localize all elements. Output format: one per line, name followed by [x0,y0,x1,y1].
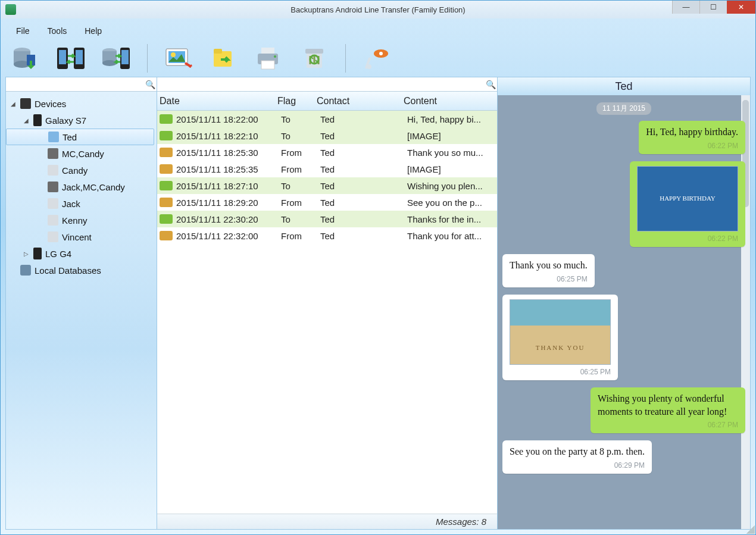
grid-body[interactable]: 2015/11/11 18:22:00ToTedHi, Ted, happy b… [157,111,497,514]
table-row[interactable]: 2015/11/11 18:22:10ToTed[IMAGE] [157,127,497,144]
svg-rect-23 [305,49,323,54]
menubar: File Tools Help [5,22,751,40]
table-row[interactable]: 2015/11/11 22:30:20ToTedThanks for the i… [157,211,497,227]
message-time: 06:27 PM [598,420,738,430]
msg-icon [160,164,173,174]
photo-export-icon[interactable] [162,42,195,75]
msg-icon [160,181,173,190]
tree-root[interactable]: ◢Devices [6,95,157,112]
message-text: Hi, Ted, happy birthday. [646,127,738,137]
tree-device[interactable]: ▷LG G4 [6,245,157,262]
message-time: 06:22 PM [637,234,738,243]
search-icon[interactable]: 🔍 [484,78,497,91]
chat-message[interactable]: HAPPY BIRTHDAY06:22 PM [502,161,745,247]
toolbar-separator [345,44,346,73]
col-content[interactable]: Content [404,96,497,107]
tree-contact[interactable]: MC,Candy [6,145,157,162]
chat-message[interactable]: THANK YOU06:25 PM [502,295,745,380]
message-time: 06:29 PM [510,461,645,470]
table-row[interactable]: 2015/11/11 18:22:00ToTedHi, Ted, happy b… [157,111,497,127]
msg-icon [160,214,173,224]
db-phone-icon[interactable] [99,42,133,75]
col-flag[interactable]: Flag [277,96,317,107]
chat-message[interactable]: Wishing you plenty of wonderful moments … [502,387,745,433]
svg-rect-12 [121,50,129,64]
svg-rect-17 [214,49,222,54]
folder-export-icon[interactable] [207,42,240,75]
svg-rect-20 [261,61,274,69]
tree-device[interactable]: ◢Galaxy S7 [6,112,157,129]
tree-contact[interactable]: Ted [6,129,154,145]
svg-point-10 [102,60,117,66]
chat-body[interactable]: 11 11月 2015Hi, Ted, happy birthday.06:22… [498,95,750,529]
svg-point-28 [367,64,371,69]
message-image: HAPPY BIRTHDAY [637,166,738,231]
chat-message[interactable]: Thank you so much.06:25 PM [502,254,745,287]
tree-contact[interactable]: Kenny [6,212,157,229]
svg-point-21 [274,55,276,58]
close-button[interactable]: ✕ [727,1,755,14]
printer-icon[interactable] [252,42,286,75]
menu-help[interactable]: Help [85,26,102,36]
grid-footer: Messages: 8 [157,514,497,529]
message-text: Wishing you plenty of wonderful moments … [598,393,727,417]
tree-contact[interactable]: Candy [6,162,157,179]
svg-rect-5 [59,50,66,64]
table-row[interactable]: 2015/11/11 18:25:35FromTed[IMAGE] [157,161,497,177]
menu-file[interactable]: File [16,26,30,36]
maximize-button[interactable]: ☐ [699,1,727,14]
grid-search-input[interactable] [157,77,484,91]
svg-rect-18 [261,48,274,54]
msg-icon [160,148,173,157]
date-badge: 11 11月 2015 [596,102,651,115]
minimize-button[interactable]: — [672,1,699,14]
app-icon [5,4,16,15]
msg-icon [160,231,173,240]
tree-local-db[interactable]: Local Databases [6,262,157,279]
toolbar [5,40,751,77]
msg-icon [160,198,173,207]
menu-tools[interactable]: Tools [48,26,67,36]
msg-icon [160,114,173,124]
message-text: See you on the party at 8 p.m. then. [510,446,645,456]
message-count: Messages: 8 [436,517,486,527]
toolbar-separator [147,44,148,73]
tree-search-input[interactable] [6,77,143,91]
tree-contact[interactable]: Vincent [6,229,157,245]
svg-point-26 [379,52,383,55]
col-date[interactable]: Date [160,96,277,107]
titlebar[interactable]: Backuptrans Android Line Transfer (Famil… [1,1,755,18]
col-contact[interactable]: Contact [317,96,404,107]
table-row[interactable]: 2015/11/11 18:25:30FromTedThank you so m… [157,144,497,161]
grid-header[interactable]: Date Flag Contact Content [157,92,497,111]
table-row[interactable]: 2015/11/11 22:32:00FromTedThank you for … [157,227,497,244]
resize-grip[interactable] [746,525,755,534]
message-image: THANK YOU [510,299,611,365]
table-row[interactable]: 2015/11/11 18:27:10ToTedWishing you plen… [157,177,497,194]
trash-icon[interactable] [298,42,331,75]
msg-icon [160,131,173,140]
device-tree-pane: 🔍 ◢Devices◢Galaxy S7TedMC,CandyCandyJack… [5,77,157,530]
backup-db-icon[interactable] [9,42,42,75]
tree-contact[interactable]: Jack,MC,Candy [6,179,157,195]
chat-title: Ted [498,77,750,95]
message-grid-pane: 🔍 Date Flag Contact Content 2015/11/11 1… [157,77,498,530]
scrollbar[interactable] [741,95,750,529]
message-time: 06:25 PM [510,367,611,377]
phone-sync-icon[interactable] [54,42,88,75]
message-text: Thank you so much. [510,260,588,270]
key-icon[interactable] [360,42,393,75]
device-tree[interactable]: ◢Devices◢Galaxy S7TedMC,CandyCandyJack,M… [6,92,157,529]
svg-point-15 [171,52,176,57]
chat-message[interactable]: Hi, Ted, happy birthday.06:22 PM [502,121,745,154]
search-icon[interactable]: 🔍 [143,78,157,91]
tree-contact[interactable]: Jack [6,195,157,212]
grid-search: 🔍 [157,77,497,92]
message-time: 06:22 PM [646,141,738,151]
tree-search: 🔍 [6,77,157,92]
message-time: 06:25 PM [510,274,588,284]
chat-pane: Ted 11 11月 2015Hi, Ted, happy birthday.0… [498,77,751,530]
chat-message[interactable]: See you on the party at 8 p.m. then.06:2… [502,440,745,474]
svg-rect-7 [76,50,83,64]
table-row[interactable]: 2015/11/11 18:29:20FromTedSee you on the… [157,194,497,211]
